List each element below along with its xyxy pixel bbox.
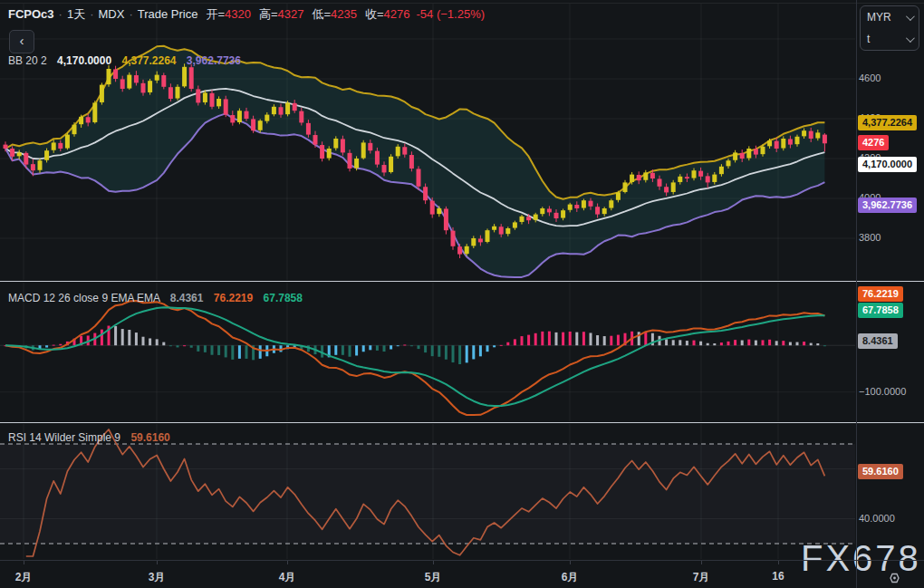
title-part: MDX	[99, 7, 125, 21]
title-part: Trade Price	[138, 7, 198, 21]
rsi-tick-label: 40.0000	[859, 513, 895, 524]
time-axis-tick	[701, 561, 702, 564]
separator-dot: ·	[129, 7, 132, 21]
price-axis-divider	[856, 0, 857, 588]
title-part: FCPOc3	[8, 7, 54, 21]
ohlc-label: 高=	[259, 7, 278, 21]
time-axis-label: 5月	[425, 570, 442, 585]
price-axis-value-bb_mid: 4,170.0000	[858, 157, 917, 172]
back-button[interactable]: ‹	[9, 30, 34, 53]
price-tick-label: 3800	[859, 232, 881, 243]
macd-pane	[0, 301, 855, 415]
time-axis-label: 4月	[279, 570, 296, 585]
price-axis-value-bb_lower: 3,962.7736	[858, 198, 917, 213]
change-value: -54 (−1.25%)	[417, 7, 486, 21]
rsi-value: 59.6160	[130, 431, 169, 444]
macd-line-value: 76.2219	[214, 292, 253, 304]
unit-label: t	[867, 33, 870, 45]
macd-legend: MACD 12 26 close 9 EMA EMA 8.4361 76.221…	[8, 292, 303, 304]
price-axis-value-macd_hist: 8.4361	[858, 333, 898, 349]
ohlc-value: 4276	[384, 7, 410, 21]
pane-divider-main-macd[interactable]	[0, 281, 924, 282]
separator-dot: ·	[59, 7, 63, 21]
price-axis-value-macd: 76.2219	[858, 286, 903, 302]
price-axis-value-bb_upper: 4,377.2264	[858, 115, 917, 130]
hexagon-icon	[890, 574, 899, 583]
time-axis-tick	[287, 561, 288, 564]
separator-dot: ·	[90, 7, 93, 21]
rsi-legend: RSI 14 Wilder Simple 9 59.6160	[8, 431, 170, 444]
rsi-title[interactable]: RSI 14 Wilder Simple 9	[8, 431, 120, 444]
bb-title[interactable]: BB 20 2	[8, 54, 47, 67]
macd-hist-value: 8.4361	[170, 292, 204, 304]
ohlc-value: 4235	[331, 7, 357, 21]
bb-upper-value: 4,377.2264	[121, 54, 176, 67]
time-axis-label: 3月	[149, 570, 166, 585]
bb-lower-value: 3,962.7736	[187, 54, 241, 67]
macd-signal-line	[5, 307, 824, 406]
ohlc-label: 开=	[206, 7, 225, 21]
rsi-band-fill	[0, 444, 855, 544]
ohlc-label: 低=	[312, 7, 331, 21]
ohlc-label: 收=	[365, 7, 384, 21]
timezone-settings-button[interactable]	[882, 569, 906, 587]
time-axis-label: 2月	[15, 570, 33, 585]
price-tick-label: 4600	[859, 72, 881, 83]
chevron-down-icon	[906, 12, 915, 21]
time-axis-label: 7月	[693, 570, 710, 585]
price-axis-value-macd_signal: 67.7858	[858, 303, 903, 318]
currency-label: MYR	[867, 11, 891, 24]
time-axis-label: 6月	[562, 570, 579, 585]
macd-signal-value: 67.7858	[264, 292, 303, 304]
price-axis-value-last: 4276	[858, 135, 889, 150]
time-axis-label: 16	[772, 570, 784, 583]
price-axis-value-rsi: 59.6160	[858, 464, 903, 479]
ohlc-value: 4327	[278, 7, 304, 21]
currency-selector[interactable]: MYR	[861, 6, 919, 28]
bb-legend: BB 20 2 4,170.0000 4,377.2264 3,962.7736	[8, 54, 241, 67]
ohlc-values: 开=4320高=4327低=4235收=4276	[197, 7, 409, 21]
chevron-down-icon	[906, 34, 915, 43]
title-part: 1天	[67, 7, 85, 21]
symbol-title[interactable]: FCPOc3·1天·MDX·Trade Price	[8, 7, 197, 21]
macd-title[interactable]: MACD 12 26 close 9 EMA EMA	[8, 292, 159, 304]
time-axis-tick	[433, 561, 434, 564]
macd-tick-label: −100.0000	[859, 386, 906, 397]
scale-settings-box: MYR t	[860, 5, 919, 51]
time-axis-tick	[778, 561, 779, 564]
time-axis-tick	[157, 561, 158, 564]
rsi-pane	[0, 429, 855, 556]
ohlc-value: 4320	[225, 7, 251, 21]
top-border	[0, 3, 924, 4]
time-axis-tick	[24, 561, 24, 564]
unit-selector[interactable]: t	[861, 28, 919, 50]
time-axis-tick	[570, 561, 571, 564]
pane-divider-macd-rsi[interactable]	[0, 422, 924, 423]
symbol-header[interactable]: FCPOc3·1天·MDX·Trade Price开=4320高=4327低=4…	[8, 6, 485, 23]
trading-chart-window: FX678 FCPOc3·1天·MDX·Trade Price开=4320高=4…	[0, 0, 924, 588]
time-axis-divider	[0, 560, 924, 561]
bb-mid-value: 4,170.0000	[57, 54, 111, 67]
